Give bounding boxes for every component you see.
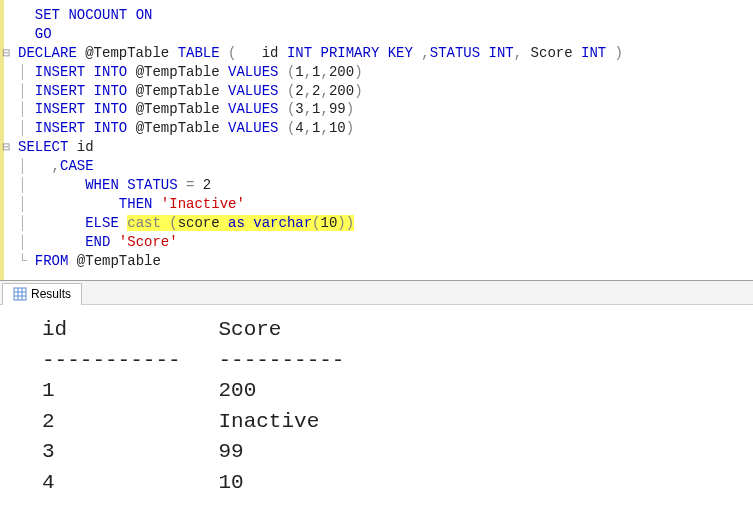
fold-toggle-icon[interactable]: ⊟ [2,140,10,154]
code-line[interactable]: ⊟SELECT id [4,138,753,157]
code-token [152,196,160,212]
code-token: SELECT [18,139,68,155]
code-token: , [52,158,60,174]
code-token: 2 [295,83,303,99]
code-token: ) [354,83,362,99]
code-token: , [514,45,522,61]
code-token: ( [220,45,237,61]
code-token: 1 [312,64,320,80]
col-gap [67,318,218,341]
outline-guide: └ [18,253,35,269]
code-line[interactable]: └ FROM @TempTable [4,252,753,271]
svg-rect-0 [14,288,26,300]
code-token: GO [35,26,52,42]
code-token: 1 [312,101,320,117]
code-token: , [304,101,312,117]
code-line[interactable]: │ INSERT INTO @TempTable VALUES (2,2,200… [4,82,753,101]
outline-guide: │ [18,196,119,212]
results-tab-label: Results [31,287,71,301]
code-token: VALUES [228,120,278,136]
results-grid-icon [13,287,27,301]
code-token: INSERT INTO [35,120,127,136]
code-token: VALUES [228,64,278,80]
outline-guide: │ [18,120,35,136]
code-line[interactable]: │ INSERT INTO @TempTable VALUES (3,1,99) [4,100,753,119]
outline-guide: │ [18,158,52,174]
code-token: ) [337,215,345,231]
outline-guide: │ [18,64,35,80]
code-token: ) [346,101,354,117]
fold-toggle-icon[interactable]: ⊟ [2,46,10,60]
code-line[interactable]: GO [4,25,753,44]
code-token: score [178,215,228,231]
code-token [161,215,169,231]
results-text[interactable]: id Score ----------- ---------- 1 2002 I… [0,305,753,504]
code-token: 200 [329,83,354,99]
code-token: 3 [295,101,303,117]
code-token: ( [278,83,295,99]
code-token: @TempTable [127,64,228,80]
results-header-row: id Score [42,315,747,345]
code-line[interactable]: ⊟DECLARE @TempTable TABLE ( id INT PRIMA… [4,44,753,63]
code-token: 99 [329,101,346,117]
code-token: @TempTable [127,83,228,99]
code-token: DECLARE [18,45,77,61]
code-token: INSERT INTO [35,101,127,117]
code-token: @TempTable [68,253,160,269]
code-token: ( [278,101,295,117]
code-token: ( [312,215,320,231]
outline-guide: │ [18,215,85,231]
code-token: INSERT INTO [35,83,127,99]
code-token: INSERT INTO [35,64,127,80]
code-token: 200 [329,64,354,80]
code-token: , [321,83,329,99]
code-token: INT PRIMARY KEY [287,45,413,61]
code-line[interactable]: │ INSERT INTO @TempTable VALUES (1,1,200… [4,63,753,82]
code-token: 2 [194,177,211,193]
sql-editor[interactable]: SET NOCOUNT ON GO⊟DECLARE @TempTable TAB… [0,0,753,280]
code-line[interactable]: │ INSERT INTO @TempTable VALUES (4,1,10) [4,119,753,138]
code-line[interactable]: │ WHEN STATUS = 2 [4,176,753,195]
code-line[interactable]: │ ELSE cast (score as varchar(10)) [4,214,753,233]
code-token: WHEN [85,177,119,193]
code-line[interactable]: SET NOCOUNT ON [4,6,753,25]
code-token: , [321,64,329,80]
outline-guide: │ [18,101,35,117]
code-token: 1 [312,120,320,136]
code-token: @TempTable [127,120,228,136]
outline-guide: │ [18,83,35,99]
code-token: FROM [35,253,69,269]
code-token: as [228,215,245,231]
code-token: ELSE [85,215,119,231]
code-token: ( [278,64,295,80]
code-token: , [413,45,430,61]
outline-guide: │ [18,234,85,250]
outline-guide [18,26,35,42]
code-token: INT [581,45,606,61]
code-token: STATUS [430,45,489,61]
results-tab[interactable]: Results [2,283,82,305]
code-token: ) [346,215,354,231]
code-token: ) [346,120,354,136]
code-token: id [236,45,286,61]
code-token: 'Inactive' [161,196,245,212]
code-token [178,177,186,193]
code-token: VALUES [228,83,278,99]
code-token: 10 [329,120,346,136]
code-token: @TempTable [77,45,178,61]
results-row: 3 99 [42,437,747,467]
code-token [110,234,118,250]
code-line[interactable]: │ END 'Score' [4,233,753,252]
code-token: ) [606,45,623,61]
code-token: SET NOCOUNT ON [35,7,153,23]
code-token: ) [354,64,362,80]
code-token: END [85,234,110,250]
code-token: , [321,120,329,136]
code-token: @TempTable [127,101,228,117]
code-token: , [304,120,312,136]
code-line[interactable]: │ ,CASE [4,157,753,176]
code-line[interactable]: │ THEN 'Inactive' [4,195,753,214]
code-token [119,177,127,193]
code-token: cast [127,215,161,231]
code-token: 4 [295,120,303,136]
